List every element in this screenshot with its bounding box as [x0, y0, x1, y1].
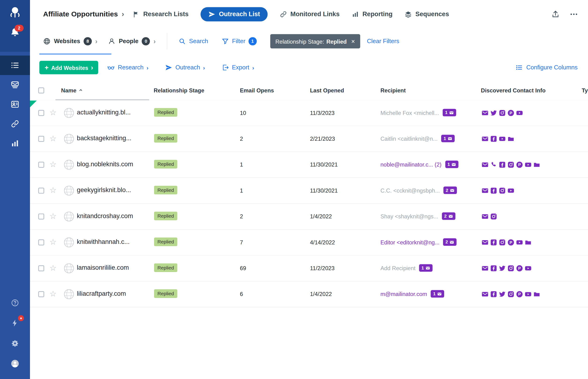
- page-title[interactable]: Affiliate Opportunities: [43, 10, 118, 18]
- youtube-icon[interactable]: [516, 110, 523, 116]
- pinterest-icon[interactable]: P: [516, 265, 523, 272]
- recipient[interactable]: Editor <editorknit@ng...: [381, 239, 440, 245]
- column-header-name[interactable]: Name: [61, 87, 83, 93]
- sidebar-item-reports[interactable]: [0, 134, 30, 153]
- star-icon[interactable]: ☆: [49, 159, 57, 169]
- mail-count-badge[interactable]: 1: [441, 135, 455, 142]
- youtube-icon[interactable]: [499, 136, 506, 142]
- row-checkbox[interactable]: [38, 110, 44, 116]
- facebook-icon[interactable]: [490, 291, 497, 298]
- folder-icon[interactable]: [507, 136, 514, 142]
- export-button[interactable]: Export›: [221, 64, 254, 71]
- select-all-checkbox[interactable]: [38, 87, 44, 94]
- youtube-icon[interactable]: [516, 239, 523, 246]
- nav-research-lists[interactable]: Research Lists: [132, 10, 189, 18]
- website-name[interactable]: actuallyknitting.bl...: [77, 109, 131, 116]
- email-icon[interactable]: [482, 110, 488, 116]
- pinterest-icon[interactable]: P: [507, 110, 514, 116]
- more-options-icon[interactable]: [569, 10, 578, 18]
- row-checkbox[interactable]: [38, 136, 44, 142]
- mail-count-badge[interactable]: 1: [445, 161, 458, 168]
- website-name[interactable]: liliacraftparty.com: [77, 290, 126, 298]
- upload-icon[interactable]: [551, 10, 560, 18]
- star-icon[interactable]: ☆: [49, 289, 57, 298]
- pinterest-icon[interactable]: P: [516, 161, 523, 168]
- email-icon[interactable]: [482, 136, 488, 142]
- pinterest-icon[interactable]: P: [507, 239, 514, 246]
- sidebar-item-help[interactable]: [0, 293, 30, 313]
- table-row[interactable]: ☆ blog.nobleknits.com Replied 1 11/30/20…: [30, 152, 588, 178]
- twitter-icon[interactable]: [490, 110, 497, 116]
- website-name[interactable]: backstageknitting...: [77, 135, 132, 142]
- sidebar-item-upgrade[interactable]: ★: [0, 313, 30, 333]
- star-icon[interactable]: ☆: [49, 237, 57, 247]
- research-button[interactable]: Research›: [107, 64, 148, 71]
- outreach-button[interactable]: Outreach›: [165, 64, 205, 71]
- folder-icon[interactable]: [533, 291, 540, 298]
- mail-count-badge[interactable]: 1: [443, 109, 456, 116]
- table-row[interactable]: ☆ lamaisonrililie.com Replied 69 11/2/20…: [30, 256, 588, 282]
- email-icon[interactable]: [482, 291, 488, 298]
- email-icon[interactable]: [482, 265, 488, 272]
- star-icon[interactable]: ☆: [49, 185, 57, 195]
- email-icon[interactable]: [482, 213, 488, 220]
- notifications-bell-icon[interactable]: 2: [10, 27, 20, 37]
- youtube-icon[interactable]: [507, 187, 514, 194]
- column-header-discovered-contact-info[interactable]: Discovered Contact Info: [481, 87, 546, 93]
- search-button[interactable]: Search: [178, 37, 208, 45]
- row-checkbox[interactable]: [38, 239, 44, 246]
- recipient[interactable]: m@mailinator.com: [381, 291, 427, 297]
- star-icon[interactable]: ☆: [49, 211, 57, 221]
- twitter-icon[interactable]: [499, 265, 506, 272]
- column-header-recipient[interactable]: Recipient: [381, 87, 406, 93]
- clear-filters-link[interactable]: Clear Filters: [367, 38, 399, 45]
- column-header-relationship-stage[interactable]: Relationship Stage: [154, 87, 204, 93]
- instagram-icon[interactable]: [507, 161, 514, 168]
- email-icon[interactable]: [482, 161, 488, 168]
- table-row[interactable]: ☆ actuallyknitting.bl... Replied 10 11/3…: [30, 100, 588, 126]
- sidebar-item-account[interactable]: [0, 353, 30, 374]
- recipient[interactable]: noble@mailinator.c... (2): [381, 161, 441, 167]
- recipient[interactable]: Michelle Fox <michell...: [381, 109, 439, 116]
- configure-columns-button[interactable]: Configure Columns: [515, 64, 578, 71]
- sidebar-item-settings[interactable]: [0, 333, 30, 353]
- row-checkbox[interactable]: [38, 162, 44, 168]
- tab-people[interactable]: People 0 ›: [108, 37, 156, 45]
- relationship-stage-filter-chip[interactable]: Relationship Stage: Replied ×: [270, 34, 360, 48]
- facebook-icon[interactable]: [490, 265, 497, 272]
- table-row[interactable]: ☆ liliacraftparty.com Replied 6 1/4/2022…: [30, 282, 588, 307]
- filter-button[interactable]: Filter 1: [222, 37, 257, 45]
- sidebar-item-contacts[interactable]: [0, 95, 30, 114]
- instagram-icon[interactable]: [507, 265, 514, 272]
- instagram-icon[interactable]: [499, 239, 506, 246]
- row-checkbox[interactable]: [38, 265, 44, 271]
- mail-count-badge[interactable]: 1: [431, 290, 444, 298]
- facebook-icon[interactable]: [490, 136, 497, 142]
- tab-websites[interactable]: Websites 8 ›: [43, 37, 97, 45]
- sidebar-item-links[interactable]: [0, 114, 30, 133]
- recipient[interactable]: Shay <shayknit@ngs...: [381, 213, 438, 219]
- chevron-right-icon[interactable]: ›: [153, 38, 156, 45]
- recipient[interactable]: Add Recipient: [381, 265, 415, 271]
- website-name[interactable]: lamaisonrililie.com: [77, 264, 129, 272]
- add-websites-button[interactable]: + Add Websites ›: [39, 61, 98, 74]
- website-name[interactable]: knitandcroshay.com: [77, 212, 133, 220]
- facebook-icon[interactable]: [490, 187, 497, 194]
- column-header-email-opens[interactable]: Email Opens: [240, 87, 274, 93]
- table-row[interactable]: ☆ backstageknitting... Replied 2 2/21/20…: [30, 126, 588, 152]
- row-checkbox[interactable]: [38, 291, 44, 297]
- instagram-icon[interactable]: [499, 187, 506, 194]
- mail-count-badge[interactable]: 1: [419, 264, 432, 272]
- website-name[interactable]: blog.nobleknits.com: [77, 161, 133, 168]
- website-name[interactable]: geekygirlsknit.blo...: [77, 187, 131, 194]
- table-row[interactable]: ☆ geekygirlsknit.blo... Replied 1 11/30/…: [30, 178, 588, 204]
- table-row[interactable]: ☆ knitandcroshay.com Replied 2 1/4/2022 …: [30, 204, 588, 230]
- facebook-icon[interactable]: [499, 161, 506, 168]
- app-logo-icon[interactable]: [8, 5, 22, 19]
- star-icon[interactable]: ☆: [49, 263, 57, 272]
- recipient[interactable]: C.C. <ccknit@ngsbph...: [381, 187, 440, 193]
- nav-reporting[interactable]: Reporting: [352, 10, 393, 18]
- mail-count-badge[interactable]: 2: [442, 212, 456, 220]
- instagram-icon[interactable]: [507, 291, 514, 298]
- nav-monitored-links[interactable]: Monitored Links: [279, 10, 339, 18]
